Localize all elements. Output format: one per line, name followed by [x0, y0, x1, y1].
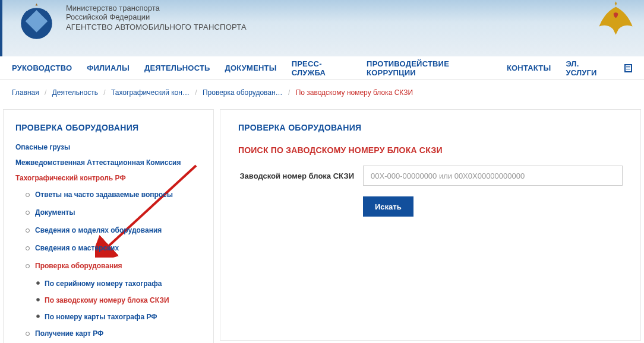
ministry-line1: Министерство транспорта: [66, 4, 247, 12]
form-label-skzi: Заводской номер блока СКЗИ: [238, 172, 363, 180]
crumb-check[interactable]: Проверка оборудован…: [203, 88, 283, 97]
sidebar-sub2-serial[interactable]: По серийному номеру тахографа: [35, 278, 201, 289]
nav-item-eservices[interactable]: ЭЛ. УСЛУГИ: [566, 59, 609, 77]
sidebar-sub2-skzi[interactable]: По заводскому номеру блока СКЗИ: [35, 295, 201, 306]
emblem-left-icon: [14, 0, 59, 45]
sidebar-sub-models[interactable]: Сведения о моделях оборудования: [24, 225, 201, 236]
nav-item-anticorruption[interactable]: ПРОТИВОДЕЙСТВИЕ КОРРУПЦИИ: [367, 59, 492, 77]
sidebar-sub-check-equipment[interactable]: Проверка оборудования: [24, 261, 201, 271]
content-panel: ПРОВЕРКА ОБОРУДОВАНИЯ ПОИСК ПО ЗАВОДСКОМ…: [220, 109, 641, 341]
sidebar-sub-workshops[interactable]: Сведения о мастерских: [24, 243, 201, 253]
nav-item-branches[interactable]: ФИЛИАЛЫ: [87, 63, 130, 72]
content-title: ПРОВЕРКА ОБОРУДОВАНИЯ: [238, 123, 623, 132]
ministry-line2: Российской Федерации: [66, 12, 247, 21]
crumb-current: По заводскому номеру блока СКЗИ: [296, 88, 413, 97]
breadcrumb: Главная / Деятельность / Тахографический…: [0, 80, 644, 109]
content-subtitle: ПОИСК ПО ЗАВОДСКОМУ НОМЕРУ БЛОКА СКЗИ: [238, 145, 623, 155]
sidebar-link-dangerous-goods[interactable]: Опасные грузы: [15, 143, 201, 151]
sidebar-link-commission[interactable]: Межведомственная Аттестационная Комиссия: [15, 158, 201, 167]
main-nav: РУКОВОДСТВО ФИЛИАЛЫ ДЕЯТЕЛЬНОСТЬ ДОКУМЕН…: [0, 56, 644, 80]
sidebar-sub-documents[interactable]: Документы: [24, 207, 201, 218]
crumb-home[interactable]: Главная: [12, 88, 39, 97]
ministry-text: Министерство транспорта Российской Федер…: [66, 4, 247, 31]
crumb-tacho[interactable]: Тахографический кон…: [111, 88, 190, 97]
menu-icon[interactable]: [624, 64, 632, 72]
form-row: Заводской номер блока СКЗИ: [238, 166, 623, 186]
nav-item-leadership[interactable]: РУКОВОДСТВО: [12, 63, 72, 72]
nav-item-press[interactable]: ПРЕСС-СЛУЖБА: [292, 59, 352, 77]
emblem-right-icon: [594, 0, 638, 42]
sidebar: ПРОВЕРКА ОБОРУДОВАНИЯ Опасные грузы Межв…: [3, 109, 214, 343]
search-button[interactable]: Искать: [363, 196, 413, 217]
skzi-number-input[interactable]: [363, 166, 623, 186]
nav-item-activity[interactable]: ДЕЯТЕЛЬНОСТЬ: [144, 63, 210, 72]
sidebar-title: ПРОВЕРКА ОБОРУДОВАНИЯ: [15, 123, 201, 132]
nav-item-documents[interactable]: ДОКУМЕНТЫ: [225, 63, 277, 72]
sidebar-link-tacho-control[interactable]: Тахографический контроль РФ: [15, 174, 201, 182]
sidebar-sub-get-cards[interactable]: Получение карт РФ: [24, 328, 201, 339]
sidebar-sub2-card[interactable]: По номеру карты тахографа РФ: [35, 312, 201, 322]
crumb-activity[interactable]: Деятельность: [52, 88, 98, 97]
sidebar-sub-faq[interactable]: Ответы на часто задаваемые вопросы: [24, 189, 201, 200]
nav-item-contacts[interactable]: КОНТАКТЫ: [507, 63, 551, 72]
header-banner: Министерство транспорта Российской Федер…: [0, 0, 644, 56]
ministry-line3: АГЕНТСТВО АВТОМОБИЛЬНОГО ТРАНСПОРТА: [66, 23, 247, 31]
